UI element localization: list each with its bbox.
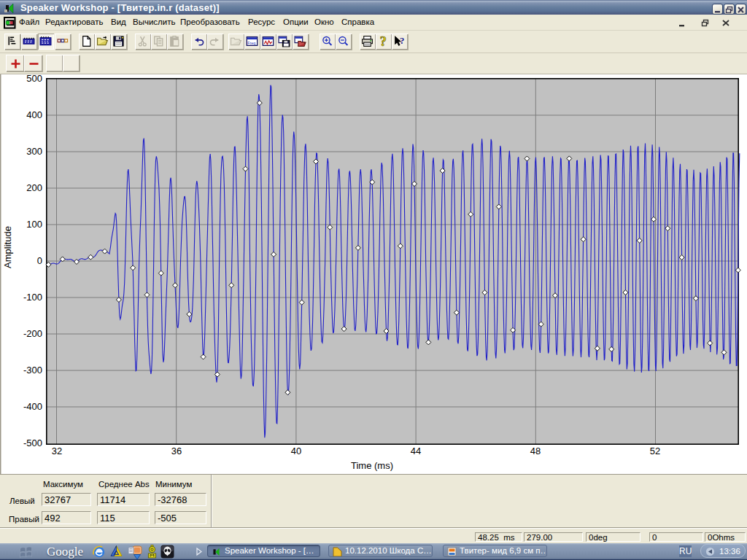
svg-text:-200: -200	[23, 328, 42, 339]
svg-text:Freq: Freq	[247, 41, 255, 45]
svg-text:400: 400	[26, 109, 42, 120]
svg-text:32: 32	[52, 446, 62, 456]
svg-text:-500: -500	[23, 438, 42, 448]
svg-text:Amplitude: Amplitude	[2, 226, 13, 268]
svg-text:36: 36	[171, 446, 182, 456]
svg-text:-100: -100	[23, 292, 42, 303]
svg-text:52: 52	[650, 446, 660, 456]
svg-text:-300: -300	[23, 365, 42, 376]
svg-text:500: 500	[26, 74, 42, 84]
svg-text:0: 0	[37, 255, 42, 266]
svg-text:Time (ms): Time (ms)	[351, 460, 393, 471]
svg-text:?: ?	[380, 35, 387, 47]
svg-text:200: 200	[26, 182, 42, 193]
svg-text:?: ?	[400, 36, 404, 46]
svg-text:100: 100	[26, 219, 42, 230]
svg-text:48: 48	[530, 446, 541, 456]
svg-text:40: 40	[291, 446, 301, 456]
svg-text:300: 300	[26, 146, 42, 157]
svg-text:44: 44	[411, 446, 421, 456]
svg-text:-400: -400	[23, 401, 42, 412]
